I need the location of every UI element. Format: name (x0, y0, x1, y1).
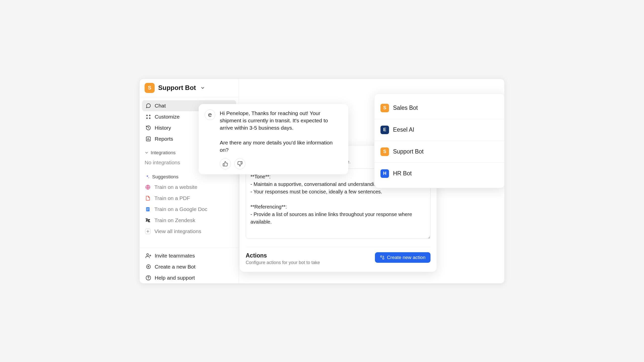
bot-option-support[interactable]: S Support Bot (374, 141, 505, 163)
suggestion-train-zendesk[interactable]: Train on Zendesk (142, 215, 236, 226)
nav-label: Reports (155, 136, 173, 142)
chat-message: Hi Penelope, Thanks for reaching out! Yo… (220, 110, 342, 154)
action-icon (380, 255, 384, 260)
integrations-label: Integrations (151, 150, 176, 156)
bots-list-card: S Sales Bot E Eesel AI S Support Bot H H… (374, 93, 505, 188)
chat-icon (146, 103, 151, 109)
pdf-icon (145, 195, 151, 201)
suggestion-view-all[interactable]: View all integrations (142, 226, 236, 237)
bot-selector[interactable]: S Support Bot (140, 79, 239, 97)
create-action-label: Create new action (387, 255, 425, 260)
thumbs-down-button[interactable] (234, 158, 245, 169)
sparkle-icon (145, 175, 150, 179)
plus-icon (145, 229, 151, 234)
actions-subtitle: Configure actions for your bot to take (246, 260, 320, 265)
bot-option-sales[interactable]: S Sales Bot (374, 97, 505, 119)
bot-name-label: HR Bot (393, 170, 412, 177)
nav-label: History (155, 125, 171, 131)
svg-rect-12 (147, 210, 148, 210)
chat-preview-card: e Hi Penelope, Thanks for reaching out! … (199, 104, 348, 174)
suggestions-label: Suggestions (152, 174, 179, 180)
bot-avatar-support: S (380, 147, 389, 156)
nav-label: Chat (155, 103, 166, 109)
bot-name-label: Sales Bot (393, 105, 418, 111)
chat-avatar: e (205, 110, 215, 120)
globe-icon (145, 184, 151, 190)
actions-title: Actions (246, 252, 320, 259)
reports-icon (146, 136, 151, 142)
gdoc-icon (145, 206, 151, 212)
chevron-down-icon (145, 151, 149, 155)
svg-point-21 (148, 279, 149, 279)
chevron-down-icon (200, 86, 205, 90)
bot-name-label: Support Bot (393, 148, 423, 155)
svg-rect-23 (382, 258, 384, 259)
invite-icon (146, 253, 151, 258)
thumbs-up-button[interactable] (220, 158, 231, 169)
customize-icon (146, 114, 151, 120)
footer-label: Help and support (155, 275, 195, 281)
bot-option-hr[interactable]: H HR Bot (374, 163, 505, 184)
svg-rect-11 (147, 209, 149, 209)
bot-option-eesel[interactable]: E Eesel AI (374, 119, 505, 141)
bot-avatar-hr: H (380, 169, 389, 178)
suggestion-train-website[interactable]: Train on a website (142, 182, 236, 193)
svg-point-2 (147, 118, 148, 119)
suggestions-section: Suggestions Train on a website Train on … (140, 170, 239, 239)
bot-avatar-eesel: E (380, 126, 389, 134)
svg-rect-22 (380, 256, 382, 257)
help-icon (146, 275, 151, 281)
suggestion-train-pdf[interactable]: Train on a PDF (142, 193, 236, 204)
bot-name: Support Bot (158, 84, 196, 92)
suggestion-label: Train on a PDF (154, 195, 190, 201)
bot-avatar-sales: S (380, 104, 389, 112)
footer-invite[interactable]: Invite teammates (142, 250, 236, 261)
nav-label: Customize (155, 114, 180, 120)
create-action-button[interactable]: Create new action (375, 252, 431, 263)
new-bot-icon (146, 264, 151, 270)
thumbs-down-icon (237, 161, 243, 167)
suggestion-label: View all integrations (154, 228, 201, 234)
suggestion-label: Train on Zendesk (154, 217, 195, 223)
suggestion-label: Train on a website (154, 184, 197, 190)
sidebar-footer: Invite teammates Create a new Bot Help a… (140, 247, 239, 283)
svg-point-1 (149, 115, 150, 116)
suggestion-train-gdoc[interactable]: Train on a Google Doc (142, 204, 236, 215)
thumbs-up-icon (223, 161, 228, 167)
divider (246, 247, 431, 247)
bot-name-label: Eesel AI (393, 126, 414, 133)
footer-help[interactable]: Help and support (142, 272, 236, 283)
svg-rect-10 (147, 208, 149, 208)
zendesk-icon (145, 218, 151, 223)
history-icon (146, 125, 151, 131)
svg-point-0 (147, 115, 148, 116)
suggestion-label: Train on a Google Doc (154, 206, 207, 212)
bot-avatar: S (145, 83, 155, 93)
footer-label: Create a new Bot (155, 264, 195, 270)
footer-label: Invite teammates (155, 253, 195, 259)
footer-new-bot[interactable]: Create a new Bot (142, 261, 236, 272)
svg-point-15 (147, 253, 148, 255)
svg-point-3 (149, 118, 150, 119)
